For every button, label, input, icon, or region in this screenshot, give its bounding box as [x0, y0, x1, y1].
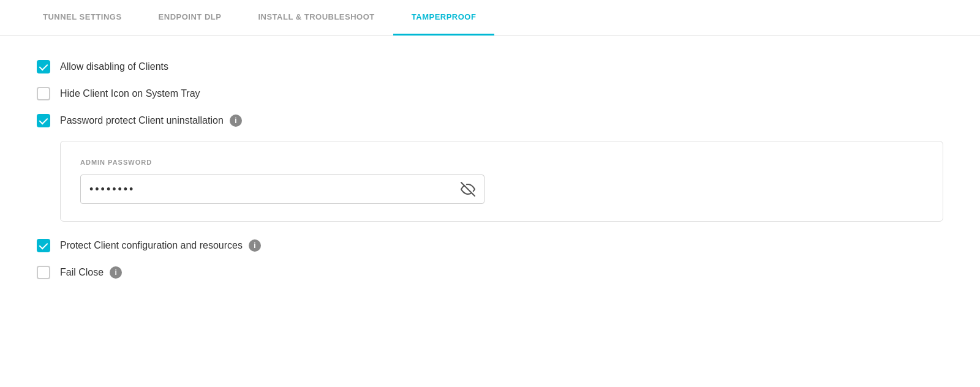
fail-close-checkbox-wrap[interactable]: Fail Close — [37, 266, 104, 279]
protect-config-label: Protect Client configuration and resourc… — [60, 240, 243, 251]
protect-config-row: Protect Client configuration and resourc… — [37, 239, 943, 252]
password-protect-info-icon[interactable]: i — [230, 115, 242, 127]
tab-bar: TUNNEL SETTINGS ENDPOINT DLP INSTALL & T… — [0, 0, 980, 36]
fail-close-checkbox[interactable] — [37, 266, 50, 279]
allow-disabling-row: Allow disabling of Clients — [37, 60, 943, 73]
allow-disabling-checkbox[interactable] — [37, 60, 50, 73]
tab-tunnel-settings[interactable]: TUNNEL SETTINGS — [24, 0, 140, 36]
password-protect-label: Password protect Client uninstallation — [60, 115, 224, 126]
main-content: Allow disabling of Clients Hide Client I… — [0, 36, 980, 317]
hide-icon-row: Hide Client Icon on System Tray — [37, 87, 943, 100]
hide-icon-checkbox[interactable] — [37, 87, 50, 100]
fail-close-row: Fail Close i — [37, 266, 943, 279]
password-section: ADMIN PASSWORD — [60, 141, 943, 222]
hide-icon-checkbox-wrap[interactable]: Hide Client Icon on System Tray — [37, 87, 200, 100]
protect-config-info-icon[interactable]: i — [249, 239, 261, 252]
tab-tamperproof[interactable]: TAMPERPROOF — [393, 0, 495, 36]
password-input-wrap — [80, 175, 484, 204]
protect-config-checkbox[interactable] — [37, 239, 50, 252]
allow-disabling-checkbox-wrap[interactable]: Allow disabling of Clients — [37, 60, 168, 73]
admin-password-label: ADMIN PASSWORD — [80, 159, 923, 166]
hide-icon-label: Hide Client Icon on System Tray — [60, 88, 200, 99]
allow-disabling-label: Allow disabling of Clients — [60, 61, 168, 72]
fail-close-info-icon[interactable]: i — [110, 266, 122, 279]
password-protect-checkbox-wrap[interactable]: Password protect Client uninstallation — [37, 114, 224, 127]
password-protect-row: Password protect Client uninstallation i — [37, 114, 943, 127]
tab-endpoint-dlp[interactable]: ENDPOINT DLP — [140, 0, 240, 36]
fail-close-label: Fail Close — [60, 267, 104, 278]
tab-install-troubleshoot[interactable]: INSTALL & TROUBLESHOOT — [239, 0, 393, 36]
protect-config-checkbox-wrap[interactable]: Protect Client configuration and resourc… — [37, 239, 243, 252]
admin-password-input[interactable] — [89, 183, 461, 196]
password-protect-checkbox[interactable] — [37, 114, 50, 127]
toggle-password-icon[interactable] — [461, 182, 475, 197]
